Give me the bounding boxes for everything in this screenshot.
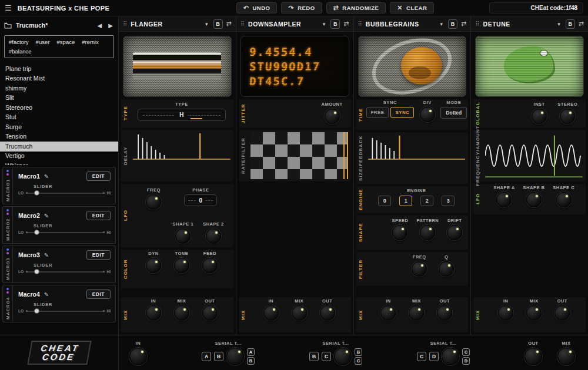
flanger-type-slider[interactable]: H [138, 109, 226, 121]
bypass-button[interactable]: B [448, 19, 457, 29]
shape-speed-knob[interactable] [392, 225, 407, 240]
serial-left-button-c[interactable]: C [322, 352, 331, 361]
color-tone-knob[interactable] [174, 258, 189, 273]
module-randomize-icon[interactable]: ⇄ [461, 20, 466, 28]
chevron-down-icon[interactable]: ▾ [556, 21, 562, 27]
rate-filter-checkerboard-visualization[interactable] [250, 132, 348, 179]
mix-out-knob[interactable] [554, 305, 570, 321]
time-div-knob[interactable] [420, 107, 435, 122]
drag-grid-icon[interactable]: ⠿ [123, 21, 127, 27]
serial-stack-button-c[interactable]: C [462, 348, 470, 356]
delay-comb-visualization[interactable] [133, 132, 230, 179]
engine-2-button[interactable]: 2 [420, 196, 433, 206]
macro-slider[interactable] [26, 193, 103, 194]
macro-slider[interactable] [26, 271, 103, 273]
macro-edit-button[interactable]: EDIT [86, 290, 111, 299]
tag-factory[interactable]: #factory [9, 39, 29, 45]
macro-edit-button[interactable]: EDIT [86, 211, 111, 220]
serial-stack-button-d[interactable]: D [462, 357, 470, 365]
serial-left-button-b[interactable]: B [214, 352, 223, 361]
preset-item-selected[interactable]: Trucmuch [0, 142, 118, 152]
jitter-amount-knob[interactable] [325, 109, 340, 124]
preset-item[interactable]: Resonant Mist [0, 74, 118, 84]
color-dyn-knob[interactable] [146, 258, 161, 273]
pencil-icon[interactable]: ✎ [44, 252, 49, 258]
serial-left-button-c[interactable]: C [417, 352, 426, 361]
drag-grid-icon[interactable]: ⠿ [475, 21, 479, 27]
serial-blend-knob-2[interactable] [334, 348, 352, 365]
serial-left-button-a[interactable]: A [202, 352, 211, 361]
engine-3-button[interactable]: 3 [442, 196, 455, 206]
color-feed-knob[interactable] [202, 258, 218, 273]
mix-out-knob[interactable] [202, 305, 218, 321]
mix-mix-knob[interactable] [409, 305, 424, 321]
serial-left-button-b[interactable]: B [309, 352, 319, 361]
pencil-icon[interactable]: ✎ [44, 173, 49, 180]
lfo-shape-a-knob[interactable] [496, 192, 512, 207]
lfo-shape-b-knob[interactable] [526, 192, 542, 207]
mix-in-knob[interactable] [146, 305, 161, 321]
preset-item[interactable]: Surge [0, 122, 118, 132]
frequency-amount-sine-visualization[interactable] [485, 132, 583, 179]
preset-item[interactable]: Whisper [0, 161, 118, 165]
bypass-button[interactable]: B [330, 19, 340, 29]
mix-in-knob[interactable] [498, 305, 513, 321]
time-free-button[interactable]: FREE [366, 107, 389, 118]
lfo-phase-control[interactable]: 0 [184, 194, 217, 206]
module-randomize-icon[interactable]: ⇄ [226, 20, 232, 28]
preset-item[interactable]: Plane trip [0, 64, 118, 74]
master-mix-knob[interactable] [557, 348, 575, 365]
chevron-down-icon[interactable]: ▾ [321, 21, 328, 27]
serial-stack-button-a[interactable]: A [247, 348, 255, 356]
macro-slider-handle[interactable] [34, 269, 39, 274]
time-sync-button[interactable]: SYNC [390, 107, 414, 118]
randomize-button[interactable]: ⇄ RANDOMIZE [326, 2, 386, 14]
tag-space[interactable]: #space [57, 39, 75, 45]
mix-mix-knob[interactable] [526, 305, 542, 321]
macro-slider-handle[interactable] [34, 190, 39, 196]
lfo-shape-c-knob[interactable] [556, 192, 572, 207]
preset-item[interactable]: Stereoreo [0, 103, 118, 113]
macro-edit-button[interactable]: EDIT [86, 250, 111, 260]
global-stereo-knob[interactable] [560, 109, 575, 124]
bypass-button[interactable]: B [213, 19, 223, 29]
shape-drift-knob[interactable] [447, 225, 462, 240]
chevron-down-icon[interactable]: ▾ [203, 21, 210, 27]
macro-slider-handle[interactable] [34, 308, 39, 314]
engine-1-button[interactable]: 1 [399, 196, 412, 206]
mix-mix-knob[interactable] [174, 305, 189, 321]
bypass-button[interactable]: B [566, 19, 575, 29]
mix-in-knob[interactable] [263, 305, 279, 321]
macro-slider[interactable] [26, 232, 103, 233]
mix-out-knob[interactable] [437, 305, 452, 321]
hamburger-menu-icon[interactable]: ☰ [5, 4, 12, 12]
preset-item[interactable]: Slit [0, 93, 118, 103]
tag-balance[interactable]: #balance [9, 48, 32, 55]
pencil-icon[interactable]: ✎ [44, 291, 49, 298]
serial-stack-button-b[interactable]: B [247, 357, 255, 365]
drag-grid-icon[interactable]: ⠿ [358, 21, 362, 27]
shape-pattern-knob[interactable] [420, 225, 435, 240]
tag-user[interactable]: #user [36, 39, 50, 45]
filter-freq-knob[interactable] [412, 261, 427, 277]
redo-button[interactable]: ↷ REDO [281, 2, 322, 14]
serial-stack-button-c[interactable]: C [355, 357, 362, 365]
macro-slider-handle[interactable] [34, 230, 39, 235]
preset-item[interactable]: shimmy [0, 83, 118, 93]
engine-0-button[interactable]: 0 [378, 196, 391, 206]
next-preset-button[interactable]: ▶ [107, 22, 114, 29]
macro-slider[interactable] [26, 311, 103, 312]
drag-grid-icon[interactable]: ⠿ [240, 21, 245, 27]
preset-item[interactable]: Stut [0, 113, 118, 123]
clear-button[interactable]: ✕ CLEAR [390, 2, 434, 14]
pencil-icon[interactable]: ✎ [44, 213, 49, 219]
mix-in-knob[interactable] [380, 305, 396, 321]
lfo-shape1-knob[interactable] [175, 228, 191, 244]
preset-item[interactable]: Vertigo [0, 152, 118, 162]
module-randomize-icon[interactable]: ⇄ [343, 20, 349, 28]
mix-mix-knob[interactable] [292, 305, 307, 321]
undo-button[interactable]: ↶ UNDO [236, 2, 278, 14]
master-in-knob[interactable] [129, 348, 147, 365]
lfo-shape2-knob[interactable] [206, 228, 221, 244]
size-feedback-visualization[interactable] [368, 134, 466, 181]
